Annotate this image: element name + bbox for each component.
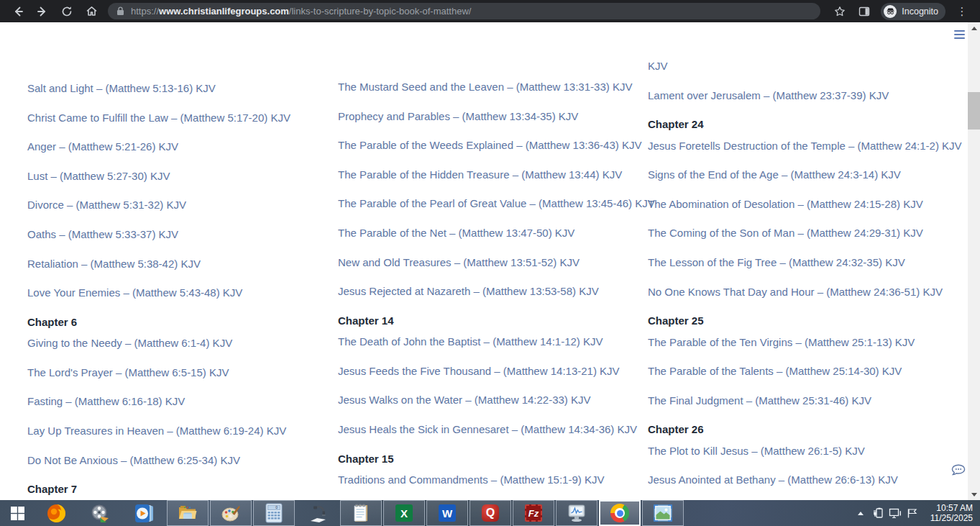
scripture-link[interactable]: The Parable of the Pearl of Great Value … bbox=[338, 197, 640, 209]
scripture-link[interactable]: Signs of the End of the Age – (Matthew 2… bbox=[648, 168, 950, 181]
side-panel-icon bbox=[858, 6, 870, 17]
site-menu-icon[interactable] bbox=[954, 30, 965, 39]
browser-menu-button[interactable]: ⋮ bbox=[953, 2, 971, 21]
scripture-link[interactable]: The Parable of the Weeds Explained – (Ma… bbox=[338, 139, 640, 151]
taskbar-calculator[interactable]: 0 bbox=[253, 500, 295, 526]
home-button[interactable] bbox=[82, 2, 101, 21]
bookmark-star-button[interactable] bbox=[830, 2, 849, 21]
word-letter: W bbox=[442, 507, 452, 520]
scripture-link[interactable]: Jesus Heals the Sick in Gennesaret – (Ma… bbox=[338, 423, 640, 435]
system-tray: 10:57 AM 11/25/2025 bbox=[852, 500, 980, 526]
scripture-link[interactable]: The Death of John the Baptist – (Matthew… bbox=[338, 335, 640, 348]
chrome-icon bbox=[610, 504, 629, 522]
scripture-link[interactable]: KJV bbox=[648, 60, 950, 72]
scripture-link[interactable]: The Coming of the Son of Man – (Matthew … bbox=[648, 227, 950, 239]
browser-toolbar: https://www.christianlifegroups.com/link… bbox=[0, 0, 980, 22]
chapter-heading: Chapter 14 bbox=[338, 314, 640, 327]
taskbar-movie-maker[interactable] bbox=[78, 500, 122, 526]
scripture-link[interactable]: Traditions and Commandments – (Matthew 1… bbox=[338, 473, 640, 486]
taskbar-notepad[interactable] bbox=[340, 500, 382, 526]
star-icon bbox=[834, 6, 846, 17]
scripture-link[interactable]: Jesus Feeds the Five Thousand – (Matthew… bbox=[338, 365, 640, 377]
scripture-link[interactable]: The Lesson of the Fig Tree – (Matthew 24… bbox=[648, 256, 950, 268]
tray-network[interactable] bbox=[887, 500, 904, 526]
tray-power-status[interactable] bbox=[869, 500, 887, 526]
tray-clock[interactable]: 10:57 AM 11/25/2025 bbox=[925, 503, 973, 523]
scripture-link[interactable]: Jesus Anointed at Bethany – (Matthew 26:… bbox=[648, 473, 950, 486]
scripture-link[interactable]: Giving to the Needy – (Matthew 6:1-4) KJ… bbox=[27, 337, 329, 349]
scripture-link[interactable]: The Parable of the Net – (Matthew 13:47-… bbox=[338, 227, 640, 239]
system-monitor-icon bbox=[567, 504, 587, 522]
chapter-heading: Chapter 26 bbox=[648, 423, 950, 435]
scripture-link[interactable]: The Parable of the Hidden Treasure – (Ma… bbox=[338, 168, 640, 181]
tray-action-center[interactable] bbox=[904, 500, 921, 526]
scripture-link[interactable]: Lust – (Matthew 5:27-30) KJV bbox=[27, 170, 329, 182]
scripture-link[interactable]: Do Not Be Anxious – (Matthew 6:25-34) KJ… bbox=[27, 454, 329, 466]
scripture-link[interactable]: Prophecy and Parables – (Matthew 13:34-3… bbox=[338, 110, 640, 122]
filezilla-letters: Fz bbox=[528, 508, 539, 519]
network-icon bbox=[889, 508, 902, 519]
tray-show-hidden-icons[interactable] bbox=[852, 500, 869, 526]
start-button[interactable] bbox=[0, 500, 35, 526]
media-player-icon bbox=[134, 504, 155, 523]
address-bar[interactable]: https://www.christianlifegroups.com/link… bbox=[108, 3, 820, 19]
scripture-link[interactable]: The Abomination of Desolation – (Matthew… bbox=[648, 198, 950, 210]
scripture-column-2: The Mustard Seed and the Leaven – (Matth… bbox=[338, 81, 640, 500]
taskbar-firefox[interactable] bbox=[35, 500, 78, 526]
scripture-link[interactable]: Jesus Walks on the Water – (Matthew 14:2… bbox=[338, 394, 640, 406]
flag-icon bbox=[907, 508, 918, 519]
scripture-link[interactable]: Oaths – (Matthew 5:33-37) KJV bbox=[27, 228, 329, 240]
ssl-lock-icon[interactable] bbox=[116, 6, 124, 16]
taskbar-file-explorer[interactable] bbox=[167, 500, 209, 526]
taskbar-word[interactable]: W bbox=[426, 500, 468, 526]
back-button[interactable] bbox=[9, 2, 27, 21]
page-scrollbar[interactable] bbox=[968, 22, 980, 500]
scripture-link[interactable]: The Plot to Kill Jesus – (Matthew 26:1-5… bbox=[648, 445, 950, 457]
taskbar-paint[interactable] bbox=[210, 500, 252, 526]
taskbar-media-player[interactable] bbox=[122, 500, 166, 526]
scripture-link[interactable]: Salt and Light – (Matthew 5:13-16) KJV bbox=[27, 82, 329, 94]
scripture-link[interactable]: Fasting – (Matthew 6:16-18) KJV bbox=[27, 395, 329, 407]
taskbar-system-monitor[interactable] bbox=[556, 500, 597, 526]
scripture-link[interactable]: The Parable of the Talents – (Matthew 25… bbox=[648, 365, 950, 377]
chat-bubble-icon[interactable] bbox=[951, 463, 966, 480]
forward-button[interactable] bbox=[33, 2, 52, 21]
taskbar-quicken[interactable]: Q bbox=[470, 500, 511, 526]
scripture-link[interactable]: Jesus Foretells Destruction of the Templ… bbox=[648, 140, 950, 152]
scripture-link[interactable]: Lament over Jerusalem – (Matthew 23:37-3… bbox=[648, 89, 950, 101]
word-icon: W bbox=[439, 504, 456, 522]
chapter-heading: Chapter 15 bbox=[338, 453, 640, 465]
scripture-link[interactable]: The Final Judgment – (Matthew 25:31-46) … bbox=[648, 394, 950, 407]
scripture-link[interactable]: The Lord's Prayer – (Matthew 6:5-15) KJV bbox=[27, 366, 329, 378]
taskbar-filezilla[interactable]: Fz bbox=[513, 500, 554, 526]
kebab-menu-icon: ⋮ bbox=[956, 5, 968, 18]
scripture-link[interactable]: Divorce – (Matthew 5:31-32) KJV bbox=[27, 199, 329, 211]
forward-icon bbox=[37, 6, 48, 17]
scripture-link[interactable]: Christ Came to Fulfill the Law – (Matthe… bbox=[27, 112, 329, 124]
scroll-up-arrow[interactable] bbox=[968, 22, 980, 34]
scroll-down-arrow[interactable] bbox=[968, 489, 980, 500]
scripture-link[interactable]: Lay Up Treasures in Heaven – (Matthew 6:… bbox=[27, 425, 329, 437]
chapter-heading: Chapter 6 bbox=[27, 316, 329, 328]
scripture-link[interactable]: New and Old Treasures – (Matthew 13:51-5… bbox=[338, 256, 640, 268]
reload-button[interactable] bbox=[58, 2, 76, 21]
taskbar-chrome-active[interactable] bbox=[599, 500, 641, 526]
scripture-link[interactable]: No One Knows That Day and Hour – (Matthe… bbox=[648, 286, 950, 298]
taskbar-photo-viewer[interactable] bbox=[642, 500, 684, 526]
incognito-icon bbox=[884, 5, 897, 18]
scripture-link[interactable]: The Mustard Seed and the Leaven – (Matth… bbox=[338, 81, 640, 93]
quicken-letter: Q bbox=[486, 507, 495, 520]
scrollbar-thumb[interactable] bbox=[968, 92, 980, 130]
scripture-link[interactable]: Love Your Enemies – (Matthew 5:43-48) KJ… bbox=[27, 286, 329, 299]
movie-maker-icon bbox=[91, 504, 110, 523]
scripture-link[interactable]: Anger – (Matthew 5:21-26) KJV bbox=[27, 140, 329, 153]
scripture-link[interactable]: The Parable of the Ten Virgins – (Matthe… bbox=[648, 336, 950, 348]
paint-icon bbox=[221, 504, 242, 523]
scripture-link[interactable]: Jesus Rejected at Nazareth – (Matthew 13… bbox=[338, 285, 640, 297]
scripture-link[interactable]: Retaliation – (Matthew 5:38-42) KJV bbox=[27, 258, 329, 270]
side-panel-button[interactable] bbox=[855, 2, 874, 21]
taskbar-scanner[interactable] bbox=[296, 500, 339, 526]
taskbar-excel[interactable]: X bbox=[383, 500, 425, 526]
filezilla-icon: Fz bbox=[525, 504, 542, 522]
tray-date: 11/25/2025 bbox=[925, 513, 973, 523]
